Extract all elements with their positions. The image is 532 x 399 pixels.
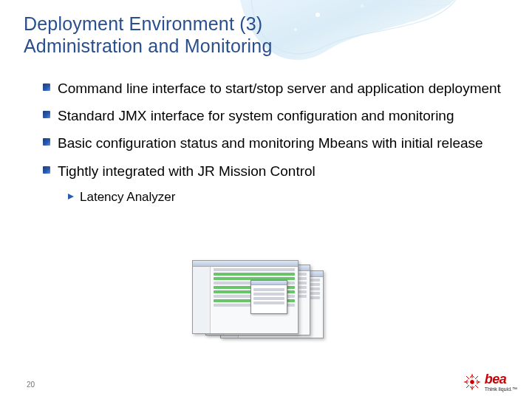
logo-text: bea Think liquid.™ (485, 372, 517, 392)
dialog-thumb (250, 280, 287, 314)
svg-line-8 (466, 376, 469, 379)
burst-icon (463, 372, 482, 392)
svg-point-2 (294, 28, 297, 31)
window-thumb-front (192, 260, 299, 334)
body-content: Command line interface to start/stop ser… (43, 80, 502, 205)
bea-logo: bea Think liquid.™ (463, 372, 517, 392)
page-number: 20 (27, 381, 35, 389)
slide: Deployment Environment (3) Administratio… (0, 0, 532, 399)
bullet-item: Tightly integrated with JR Mission Contr… (43, 163, 502, 180)
svg-line-9 (475, 385, 478, 388)
sub-bullet-text: Latency Analyzer (80, 190, 175, 205)
logo-brand: bea (485, 372, 507, 386)
svg-line-11 (466, 385, 469, 388)
triangle-bullet-icon (68, 194, 74, 200)
bullet-text: Basic configuration status and monitorin… (58, 134, 502, 151)
bullet-icon (43, 111, 50, 118)
bullet-item: Command line interface to start/stop ser… (43, 80, 502, 97)
slide-title: Deployment Environment (3) Administratio… (24, 13, 273, 57)
logo-tagline: Think liquid.™ (485, 386, 517, 392)
svg-point-1 (361, 4, 364, 8)
bullet-icon (43, 83, 50, 91)
svg-line-10 (475, 376, 478, 379)
svg-point-0 (316, 13, 320, 17)
sub-bullet-item: Latency Analyzer (68, 190, 502, 205)
bullet-text: Standard JMX interface for system config… (58, 107, 502, 124)
screenshot-thumbnails (192, 260, 355, 349)
bullet-icon (43, 138, 50, 146)
title-line-2: Administration and Monitoring (24, 35, 273, 56)
bullet-item: Standard JMX interface for system config… (43, 107, 502, 124)
bullet-item: Basic configuration status and monitorin… (43, 134, 502, 151)
bullet-text: Tightly integrated with JR Mission Contr… (58, 163, 502, 180)
svg-point-3 (470, 381, 474, 384)
bullet-icon (43, 166, 50, 174)
bullet-text: Command line interface to start/stop ser… (58, 80, 502, 97)
title-line-1: Deployment Environment (3) (24, 13, 262, 34)
